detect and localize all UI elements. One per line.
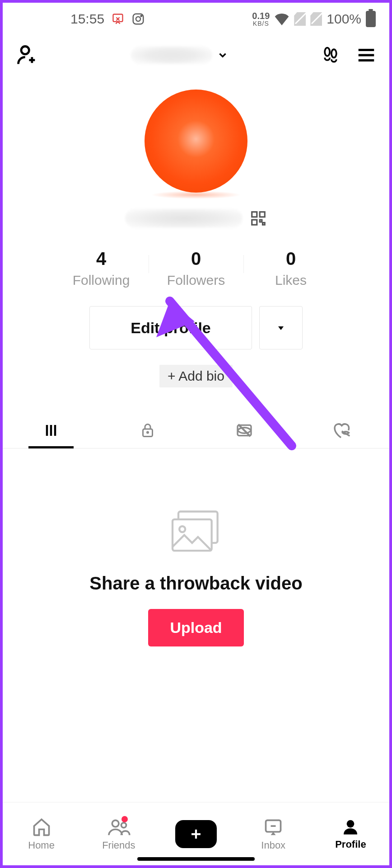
tab-private[interactable] bbox=[99, 413, 196, 448]
sim2-off-icon bbox=[310, 12, 322, 26]
username-dropdown[interactable] bbox=[131, 46, 229, 64]
tab-posts[interactable] bbox=[3, 413, 99, 448]
photos-icon bbox=[167, 507, 225, 557]
instagram-icon bbox=[131, 12, 145, 26]
clock: 15:55 bbox=[70, 11, 104, 27]
svg-point-18 bbox=[112, 820, 119, 827]
upload-label: Upload bbox=[170, 619, 222, 636]
more-dropdown-button[interactable] bbox=[259, 306, 303, 349]
handle-hidden bbox=[125, 209, 243, 228]
wifi-icon bbox=[274, 13, 289, 25]
home-indicator bbox=[137, 857, 255, 861]
username-hidden bbox=[131, 46, 212, 64]
upload-button[interactable]: Upload bbox=[148, 609, 243, 646]
nav-friends-label: Friends bbox=[102, 840, 135, 851]
svg-rect-11 bbox=[263, 223, 265, 225]
battery-percent: 100% bbox=[327, 11, 361, 27]
stats-row: 4 Following 0 Followers 0 Likes bbox=[3, 249, 389, 288]
svg-point-4 bbox=[21, 47, 29, 54]
profile-header bbox=[3, 35, 389, 71]
likes-stat[interactable]: 0 Likes bbox=[243, 249, 338, 288]
svg-point-5 bbox=[325, 48, 330, 56]
tab-reposts[interactable] bbox=[196, 413, 293, 448]
followers-stat[interactable]: 0 Followers bbox=[149, 249, 243, 288]
empty-title: Share a throwback video bbox=[89, 573, 302, 594]
notification-dot bbox=[121, 816, 128, 822]
nav-friends[interactable]: Friends bbox=[80, 802, 157, 865]
svg-rect-10 bbox=[260, 220, 262, 222]
nav-home-label: Home bbox=[28, 840, 55, 851]
battery-icon bbox=[366, 11, 376, 27]
svg-point-2 bbox=[136, 17, 140, 21]
sim1-off-icon bbox=[294, 12, 306, 26]
screen-record-icon bbox=[112, 13, 124, 25]
empty-state: Share a throwback video Upload bbox=[3, 507, 389, 646]
following-stat[interactable]: 4 Following bbox=[54, 249, 149, 288]
svg-rect-8 bbox=[260, 212, 265, 217]
avatar[interactable] bbox=[145, 90, 247, 193]
svg-point-21 bbox=[347, 820, 355, 828]
nav-home[interactable]: Home bbox=[3, 802, 80, 865]
edit-profile-button[interactable]: Edit profile bbox=[89, 306, 252, 349]
status-bar: 15:55 0.19 KB/S 100% bbox=[3, 3, 389, 35]
bottom-nav: Home Friends Inbox Profile bbox=[3, 802, 389, 865]
menu-icon[interactable] bbox=[356, 45, 377, 66]
profile-tabs bbox=[3, 413, 389, 448]
svg-point-13 bbox=[147, 432, 149, 433]
svg-point-3 bbox=[141, 15, 142, 17]
nav-profile[interactable]: Profile bbox=[312, 802, 389, 865]
footprints-icon[interactable] bbox=[321, 45, 341, 65]
nav-inbox-label: Inbox bbox=[261, 840, 285, 851]
svg-point-6 bbox=[331, 49, 336, 57]
nav-inbox[interactable]: Inbox bbox=[235, 802, 312, 865]
add-bio-button[interactable]: + Add bio bbox=[159, 365, 233, 387]
network-speed: 0.19 KB/S bbox=[252, 11, 270, 27]
qr-icon[interactable] bbox=[250, 210, 267, 227]
svg-rect-9 bbox=[252, 220, 257, 225]
add-friend-icon[interactable] bbox=[15, 43, 39, 67]
edit-profile-label: Edit profile bbox=[131, 319, 211, 337]
svg-rect-0 bbox=[113, 14, 123, 22]
add-bio-label: + Add bio bbox=[168, 368, 224, 383]
create-button[interactable] bbox=[175, 820, 217, 848]
svg-rect-7 bbox=[252, 212, 257, 217]
tab-liked[interactable] bbox=[293, 413, 389, 448]
svg-point-19 bbox=[121, 822, 126, 827]
nav-profile-label: Profile bbox=[335, 839, 366, 850]
